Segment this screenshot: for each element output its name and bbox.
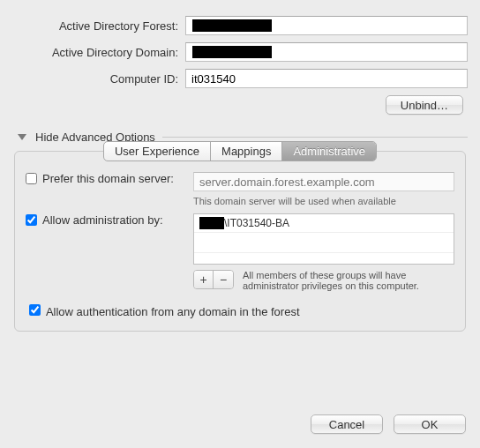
directory-utility-pane: Active Directory Forest: /* overlay reda… [0,0,480,448]
unbind-button[interactable]: Unbind… [386,95,463,115]
separator [162,137,468,138]
redaction-domain [192,46,272,58]
allow-auth-checkbox-wrap[interactable]: Allow authentication from any domain in … [26,305,300,318]
list-item[interactable]: \IT031540-BA [194,214,454,233]
label-computer-id: Computer ID: [12,72,185,86]
prefer-server-checkbox-wrap[interactable]: Prefer this domain server: [26,172,193,185]
ok-button[interactable]: OK [394,414,466,434]
list-item-text: \IT031540-BA [224,217,289,229]
prefer-server-label: Prefer this domain server: [42,172,174,185]
add-button[interactable]: + [194,271,214,288]
prefer-server-checkbox[interactable] [26,173,37,184]
disclosure-triangle-icon [18,134,26,140]
prefer-server-input [193,172,454,191]
allow-admin-checkbox[interactable] [26,214,37,226]
tab-mappings[interactable]: Mappings [211,142,282,161]
redaction-forest [192,19,272,32]
allow-admin-checkbox-wrap[interactable]: Allow administration by: [26,213,193,227]
input-computer-id[interactable] [185,69,468,88]
row-computer-id: Computer ID: [12,69,468,88]
tab-user-experience[interactable]: User Experience [104,142,211,161]
label-ad-domain: Active Directory Domain: [12,46,185,59]
allow-admin-label: Allow administration by: [42,213,163,227]
redacted-domain [199,217,224,229]
admin-groups-list[interactable]: \IT031540-BA [193,213,454,265]
prefer-server-hint: This domain server will be used when ava… [193,196,454,206]
allow-admin-row: Allow administration by: \IT031540-BA + … [26,213,454,291]
cancel-button[interactable]: Cancel [311,414,383,434]
allow-auth-label: Allow authentication from any domain in … [46,305,300,318]
prefer-server-row: Prefer this domain server: This domain s… [26,172,454,206]
tab-administrative[interactable]: Administrative [282,142,376,161]
admin-groups-note: All members of these groups will have ad… [243,270,454,291]
remove-button[interactable]: − [214,271,233,288]
allow-auth-checkbox[interactable] [29,304,41,316]
add-remove-buttons: + − [193,270,234,289]
tabs: User Experience Mappings Administrative [26,141,454,161]
advanced-options-group: User Experience Mappings Administrative … [14,151,466,332]
list-item[interactable] [194,233,454,253]
label-ad-forest: Active Directory Forest: [12,19,185,33]
dialog-buttons: Cancel OK [311,414,466,434]
